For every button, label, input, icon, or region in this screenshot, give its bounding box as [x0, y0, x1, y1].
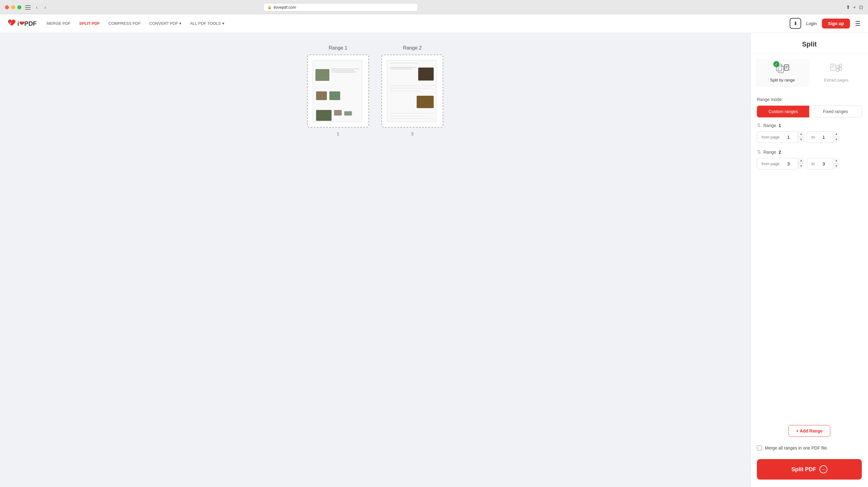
ranges-container: Range 1	[307, 45, 443, 136]
signup-button[interactable]: Sign up	[822, 19, 850, 29]
range-2-from-group: from page ▲ ▼	[757, 158, 804, 169]
custom-ranges-button[interactable]: Custom ranges	[757, 106, 809, 117]
range-2-to-down[interactable]: ▼	[833, 164, 839, 169]
range-row-2: ⇅ Range 2 from page ▲ ▼ to	[757, 149, 862, 169]
range-1-number: 1	[778, 123, 781, 128]
range-1-to-stepper: ▲ ▼	[833, 131, 839, 143]
split-by-range-label: Split by range	[770, 78, 795, 82]
svg-rect-5	[778, 66, 783, 73]
share-button[interactable]: ⬆	[846, 4, 850, 10]
range-2-header: ⇅ Range 2	[757, 149, 862, 155]
range-1-sort-icon[interactable]: ⇅	[757, 122, 761, 128]
merge-checkbox[interactable]	[757, 446, 762, 451]
app-header: ♥ i❤PDF MERGE PDF SPLIT PDF COMPRESS PDF…	[0, 14, 868, 33]
range-row-1: ⇅ Range 1 from page ▲ ▼ to	[757, 122, 862, 143]
range-1-header: ⇅ Range 1	[757, 122, 862, 128]
preview-range-2-label: Range 2	[403, 45, 422, 51]
svg-rect-0	[25, 5, 31, 6]
split-pdf-label: Split PDF	[792, 466, 816, 473]
merge-section: Merge all ranges in one PDF file.	[751, 442, 868, 454]
convert-chevron-icon: ▾	[179, 21, 181, 26]
back-button[interactable]: ‹	[34, 4, 39, 11]
svg-rect-11	[831, 64, 836, 70]
range-1-to-up[interactable]: ▲	[833, 131, 839, 137]
traffic-lights	[5, 5, 21, 9]
download-button[interactable]: ⬇	[790, 18, 801, 29]
preview-range-2-page: 3	[411, 131, 413, 136]
svg-rect-1	[25, 7, 31, 8]
svg-rect-18	[839, 67, 842, 70]
svg-rect-7	[784, 65, 789, 70]
merge-label[interactable]: Merge all ranges in one PDF file.	[765, 446, 828, 451]
logo[interactable]: ♥ i❤PDF	[7, 19, 37, 28]
range-1-from-group: from page ▲ ▼	[757, 131, 804, 143]
range-1-from-input[interactable]	[784, 131, 798, 143]
extract-pages-mode-button[interactable]: Extract pages	[809, 59, 863, 87]
forward-button[interactable]: ›	[43, 4, 48, 11]
page-thumbnail-2	[387, 60, 436, 122]
lock-icon: 🔒	[268, 5, 272, 9]
range-2-to-stepper: ▲ ▼	[833, 158, 839, 169]
range-2-number: 2	[778, 150, 781, 154]
preview-range-1: Range 1	[307, 45, 369, 136]
range-1-from-label: from page	[757, 131, 784, 143]
preview-range-1-label: Range 1	[329, 45, 348, 51]
minimize-traffic-light[interactable]	[11, 5, 15, 9]
new-tab-button[interactable]: +	[853, 4, 856, 10]
login-button[interactable]: Login	[806, 21, 816, 26]
page-thumbnail-1	[313, 60, 362, 122]
range-mode-label: Range mode:	[757, 97, 862, 102]
range-1-to-input[interactable]	[819, 131, 833, 143]
maximize-traffic-light[interactable]	[17, 5, 21, 9]
range-2-from-up[interactable]: ▲	[798, 158, 805, 164]
range-1-from-up[interactable]: ▲	[798, 131, 805, 137]
tools-chevron-icon: ▾	[222, 21, 224, 26]
range-2-to-up[interactable]: ▲	[833, 158, 839, 164]
nav-convert-pdf[interactable]: CONVERT PDF ▾	[149, 21, 181, 26]
svg-rect-16	[839, 64, 842, 67]
preview-range-2: Range 2	[381, 45, 443, 136]
active-check-badge: ✓	[773, 61, 779, 67]
split-pdf-button[interactable]: Split PDF →	[757, 459, 862, 480]
add-range-button[interactable]: + Add Range	[788, 425, 830, 437]
browser-actions: ⬆ + ⊡	[846, 4, 863, 10]
url-text: ilovepdf.com	[274, 5, 296, 9]
extract-pages-label: Extract pages	[824, 78, 849, 82]
split-by-range-mode-button[interactable]: ✓ Split by range	[756, 59, 809, 87]
range-2-from-label: from page	[757, 158, 784, 169]
svg-rect-17	[837, 69, 839, 71]
nav-all-tools[interactable]: ALL PDF TOOLS ▾	[190, 21, 224, 26]
fixed-ranges-button[interactable]: Fixed ranges	[809, 106, 862, 117]
range-2-to-label: to	[807, 158, 819, 169]
extensions-button[interactable]: ⊡	[859, 4, 863, 10]
range-2-from-down[interactable]: ▼	[798, 164, 805, 169]
range-1-from-down[interactable]: ▼	[798, 137, 805, 142]
close-traffic-light[interactable]	[5, 5, 9, 9]
sidebar-toggle-button[interactable]	[25, 5, 31, 9]
svg-text:♥: ♥	[9, 22, 11, 25]
range-2-to-input[interactable]	[819, 158, 833, 169]
split-circle-icon: →	[819, 465, 828, 474]
range-2-inputs: from page ▲ ▼ to ▲ ▼	[757, 158, 862, 169]
split-by-range-icon-area: ✓	[775, 63, 790, 75]
preview-range-1-page: 1	[337, 131, 339, 136]
nav-merge-pdf[interactable]: MERGE PDF	[47, 21, 70, 26]
range-mode-section: Range mode: Custom ranges Fixed ranges	[751, 92, 868, 122]
mode-selection: ✓ Split by range	[751, 54, 868, 92]
range-2-from-input[interactable]	[784, 158, 798, 169]
panel-title: Split	[751, 33, 868, 54]
hamburger-menu-button[interactable]: ☰	[855, 20, 861, 27]
address-bar[interactable]: 🔒 ilovepdf.com	[264, 3, 418, 11]
nav-compress-pdf[interactable]: COMPRESS PDF	[108, 21, 141, 26]
logo-text: i❤PDF	[17, 20, 37, 27]
page-card-2	[381, 55, 443, 127]
range-mode-buttons: Custom ranges Fixed ranges	[757, 106, 862, 117]
extract-pages-icon-area	[829, 63, 843, 75]
nav-links: MERGE PDF SPLIT PDF COMPRESS PDF CONVERT…	[47, 21, 224, 26]
nav-split-pdf[interactable]: SPLIT PDF	[79, 21, 100, 26]
range-1-to-down[interactable]: ▼	[833, 137, 839, 142]
range-1-to-group: to ▲ ▼	[807, 131, 839, 143]
range-2-sort-icon[interactable]: ⇅	[757, 149, 761, 155]
ranges-editor: ⇅ Range 1 from page ▲ ▼ to	[751, 122, 868, 423]
svg-rect-15	[837, 65, 839, 68]
